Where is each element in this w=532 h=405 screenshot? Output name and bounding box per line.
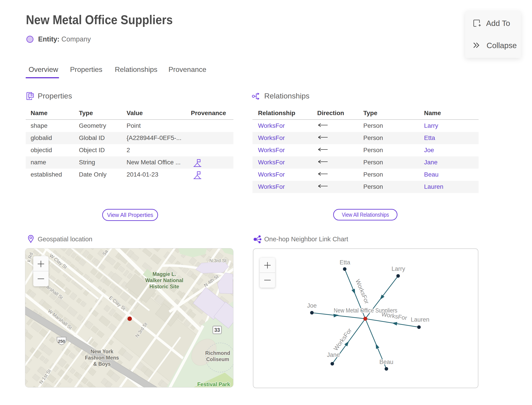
svg-text:Lauren: Lauren — [411, 316, 429, 323]
svg-text:Coliseum: Coliseum — [206, 357, 229, 362]
svg-text:WorksFor: WorksFor — [354, 278, 370, 305]
svg-text:Etta: Etta — [339, 259, 351, 266]
svg-text:Walker National: Walker National — [145, 277, 183, 283]
svg-text:Historic Site: Historic Site — [149, 284, 179, 290]
svg-text:250: 250 — [58, 339, 65, 344]
svg-text:Beau: Beau — [379, 359, 393, 365]
svg-text:Festival Park: Festival Park — [197, 381, 230, 387]
svg-text:Fashion Mens: Fashion Mens — [85, 355, 119, 361]
svg-text:Richmond: Richmond — [205, 350, 230, 356]
svg-text:Larry: Larry — [392, 265, 405, 272]
svg-text:& Boys: & Boys — [93, 361, 111, 367]
svg-text:Maggie L.: Maggie L. — [153, 271, 176, 277]
svg-text:N 3rd St: N 3rd St — [209, 258, 226, 263]
svg-text:33: 33 — [214, 327, 220, 333]
svg-text:Joe: Joe — [307, 302, 317, 309]
svg-text:New York: New York — [91, 349, 113, 354]
svg-text:Jane: Jane — [327, 351, 340, 358]
